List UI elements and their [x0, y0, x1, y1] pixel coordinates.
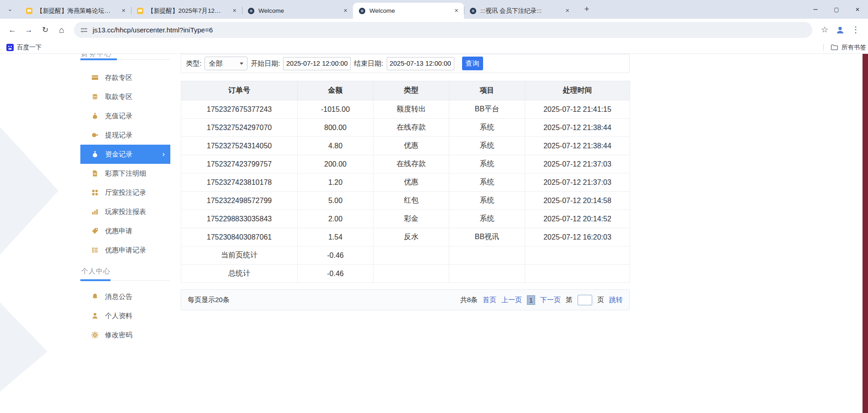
sidebar-item-label: 彩票下注明细	[105, 169, 146, 178]
sidebar-item[interactable]: 取款专区	[80, 87, 170, 106]
report-chart-icon	[91, 208, 99, 215]
finance-section-title: 财务中心	[81, 54, 112, 57]
cell-amount: 2.00	[298, 210, 374, 228]
recharge-bag-icon	[91, 112, 99, 120]
tab-search-chevron-icon[interactable]	[5, 4, 16, 15]
cell-project	[449, 246, 525, 265]
tab-title: :::视讯 会员下注纪录:::	[480, 7, 560, 15]
sidebar-item-label: 优惠申请记录	[105, 246, 146, 255]
section-underline	[80, 58, 170, 60]
end-date-input[interactable]	[387, 57, 454, 70]
prev-page-link[interactable]: 上一页	[501, 296, 522, 304]
cell-time: 2025-07-12 20:14:58	[525, 192, 630, 210]
tabs-container: 【新提醒】海燕策略论坛综合交 【新提醒】2025年7月12日【全 Welcome…	[20, 3, 575, 19]
sidebar-item-label: 充值记录	[105, 112, 132, 120]
sidebar-item[interactable]: 资金记录	[80, 145, 170, 164]
minimize-icon[interactable]	[805, 0, 826, 18]
cell-order-id: 总统计	[181, 265, 298, 283]
next-page-link[interactable]: 下一页	[540, 296, 561, 304]
avatar-icon[interactable]	[833, 23, 847, 37]
funds-bag-icon	[91, 151, 99, 158]
cell-project: 系统	[449, 173, 525, 192]
end-date-label: 结束日期:	[354, 59, 383, 68]
promo-tag-icon	[91, 227, 99, 235]
cell-order-id: 1752327524314050	[181, 137, 298, 155]
sidebar-item[interactable]: 优惠申请	[80, 221, 170, 240]
home-icon[interactable]	[54, 22, 69, 38]
tab-title: 【新提醒】海燕策略论坛综合交	[37, 7, 116, 15]
browser-tab[interactable]: 【新提醒】2025年7月12日【全	[131, 3, 242, 19]
tab-close-icon[interactable]	[342, 7, 349, 15]
first-page-link[interactable]: 首页	[483, 296, 496, 304]
tab-strip: 【新提醒】海燕策略论坛综合交 【新提醒】2025年7月12日【全 Welcome…	[0, 0, 868, 19]
tab-close-icon[interactable]	[231, 7, 238, 15]
page-jump-input[interactable]	[578, 295, 592, 305]
sidebar-item[interactable]: 充值记录	[80, 106, 170, 125]
bookmark-item-baidu[interactable]: 百度一下	[6, 43, 42, 52]
sidebar-item-label: 取款专区	[105, 93, 132, 101]
sidebar-item[interactable]: 玩家投注报表	[80, 202, 170, 221]
tab-close-icon[interactable]	[563, 7, 571, 15]
sidebar-item-label: 个人资料	[105, 312, 132, 320]
cell-order-id: 1752298833035843	[181, 210, 298, 228]
jump-go-link[interactable]: 跳转	[609, 296, 623, 304]
sidebar-item[interactable]: 彩票下注明细	[80, 164, 170, 183]
cell-project: 系统	[449, 119, 525, 137]
search-button[interactable]: 查询	[462, 57, 483, 70]
tab-close-icon[interactable]	[120, 7, 127, 15]
sidebar-item[interactable]: 修改密码	[80, 325, 170, 345]
cell-amount: 800.00	[298, 119, 374, 137]
site-settings-icon[interactable]	[80, 26, 88, 34]
finance-menu: 存款专区 取款专区 充值记录 提现记录	[80, 68, 170, 260]
cell-project: 系统	[449, 155, 525, 173]
maximize-icon[interactable]	[826, 0, 847, 18]
browser-tab[interactable]: Welcome	[242, 3, 353, 19]
decor-triangle	[0, 303, 47, 392]
browser-tab[interactable]: Welcome	[353, 3, 464, 19]
forum-icon	[26, 7, 33, 15]
table-header-cell: 项目	[449, 81, 525, 100]
table-row: 1752327675377243 -1015.00 额度转出 BB平台 2025…	[181, 100, 630, 119]
forward-icon[interactable]	[21, 22, 37, 38]
cell-order-id: 1752308403087061	[181, 228, 298, 246]
personal-section-title: 个人中心	[80, 267, 170, 276]
close-icon[interactable]	[847, 0, 868, 18]
star-icon[interactable]	[817, 22, 832, 38]
cell-order-id: 1752327524297070	[181, 119, 298, 137]
tab-title: 【新提醒】2025年7月12日【全	[147, 7, 227, 15]
start-date-input[interactable]	[283, 57, 351, 70]
sidebar-item[interactable]: 消息公告	[80, 287, 170, 306]
cell-type: 红包	[374, 192, 449, 210]
reload-icon[interactable]	[37, 22, 53, 38]
sidebar-item[interactable]: 厅室投注记录	[80, 183, 170, 202]
cell-type: 彩金	[374, 210, 449, 228]
cell-amount: 1.20	[298, 173, 374, 192]
sidebar-item[interactable]: 个人资料	[80, 306, 170, 325]
sidebar-item[interactable]: 存款专区	[80, 68, 170, 87]
url-bar[interactable]: js13.cc/hhcp/usercenter.html?iniType=6	[74, 22, 812, 38]
back-icon[interactable]	[5, 22, 20, 38]
person-icon	[91, 312, 99, 319]
table-header-cell: 金额	[298, 81, 374, 100]
sidebar-item-label: 优惠申请	[105, 227, 132, 235]
cell-order-id: 1752322498572799	[181, 192, 298, 210]
table-row: 1752308403087061 1.54 反水 BB视讯 2025-07-12…	[181, 228, 630, 246]
cell-type	[374, 246, 449, 265]
cell-time: 2025-07-12 21:37:03	[525, 173, 630, 192]
cell-type: 优惠	[374, 137, 449, 155]
new-tab-button[interactable]	[581, 4, 593, 16]
current-page-badge[interactable]: 1	[527, 295, 535, 305]
cell-project	[449, 265, 525, 283]
sidebar-item[interactable]: 提现记录	[80, 125, 170, 145]
type-select[interactable]: 全部	[205, 57, 247, 70]
sidebar-item[interactable]: 优惠申请记录	[80, 240, 170, 260]
personal-menu: 消息公告 个人资料 修改密码	[80, 287, 170, 345]
sidebar-item-label: 厅室投注记录	[105, 188, 146, 197]
all-bookmarks-button[interactable]: 所有书签	[819, 43, 866, 52]
tab-close-icon[interactable]	[452, 7, 460, 15]
cell-time: 2025-07-12 21:38:44	[525, 137, 630, 155]
type-select-value: 全部	[209, 59, 222, 68]
browser-tab[interactable]: :::视讯 会员下注纪录:::	[464, 3, 575, 19]
browser-tab[interactable]: 【新提醒】海燕策略论坛综合交	[20, 3, 131, 19]
menu-icon[interactable]	[848, 22, 863, 38]
